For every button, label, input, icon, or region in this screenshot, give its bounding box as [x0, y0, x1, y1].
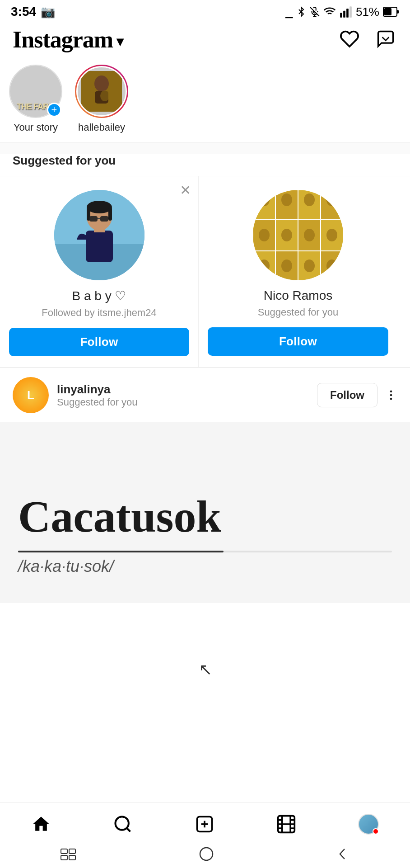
header: Instagram ▾ — [0, 22, 410, 57]
svg-point-49 — [259, 259, 270, 272]
home-nav-button[interactable] — [28, 811, 55, 838]
reels-icon — [276, 814, 296, 834]
svg-point-43 — [304, 193, 315, 206]
notification-dot — [373, 828, 379, 835]
suggested-card-baby: ✕ — [0, 176, 199, 367]
follow-linyalinya-button[interactable]: Follow — [317, 383, 377, 407]
add-icon — [195, 814, 214, 834]
svg-point-56 — [115, 817, 128, 830]
chevron-down-icon[interactable]: ▾ — [116, 33, 123, 49]
svg-point-41 — [259, 193, 270, 206]
linyalinya-sub: Suggested for you — [57, 396, 309, 408]
svg-point-46 — [281, 229, 292, 241]
linyalinya-avatar[interactable]: L — [13, 377, 49, 413]
svg-rect-29 — [253, 190, 275, 219]
profile-nav-button[interactable] — [354, 810, 382, 838]
status-right: ⎯ 51% — [285, 5, 399, 19]
hallebailey-image — [81, 71, 122, 112]
baby-name: B a b y ♡ — [72, 288, 126, 303]
linyalinya-username: linyalinya — [57, 382, 309, 396]
hallebailey-avatar[interactable] — [75, 65, 128, 118]
close-baby-button[interactable]: ✕ — [180, 184, 191, 197]
messenger-button[interactable] — [374, 27, 397, 52]
battery-icon — [383, 7, 399, 17]
svg-rect-24 — [89, 216, 98, 222]
svg-point-52 — [326, 259, 337, 272]
your-story-avatar-wrap[interactable]: THE FARM + — [9, 65, 62, 118]
nico-name: Nico Ramos — [264, 288, 332, 303]
svg-rect-70 — [69, 849, 75, 854]
svg-point-47 — [304, 229, 315, 241]
bottom-nav-icons — [0, 803, 410, 842]
profile-nav-avatar — [358, 814, 379, 835]
svg-rect-5 — [343, 11, 345, 18]
search-icon — [113, 814, 133, 834]
heart-icon — [340, 29, 359, 49]
svg-line-57 — [126, 828, 130, 832]
svg-point-53 — [390, 391, 392, 393]
svg-rect-18 — [86, 231, 113, 262]
back-icon — [334, 845, 351, 863]
app-logo[interactable]: Instagram ▾ — [13, 26, 123, 53]
add-nav-button[interactable] — [191, 811, 218, 838]
svg-rect-32 — [321, 190, 343, 219]
svg-rect-23 — [108, 207, 112, 221]
svg-point-45 — [259, 229, 270, 241]
svg-rect-37 — [253, 251, 275, 280]
camera-icon: 📷 — [41, 5, 55, 19]
svg-rect-25 — [100, 216, 108, 222]
hallebailey-avatar-wrap[interactable] — [75, 65, 128, 118]
baby-avatar — [54, 190, 144, 280]
svg-rect-6 — [346, 9, 349, 18]
follow-nico-button[interactable]: Follow — [208, 327, 388, 356]
svg-point-12 — [94, 75, 109, 92]
recent-apps-button[interactable] — [59, 847, 79, 861]
nico-sub: Suggested for you — [258, 307, 339, 318]
back-system-button[interactable] — [334, 845, 351, 863]
svg-point-51 — [304, 259, 315, 272]
suggested-user-row: L linyalinya Suggested for you Follow — [0, 368, 410, 422]
notifications-button[interactable] — [338, 27, 361, 52]
mute-icon — [310, 5, 320, 18]
svg-rect-69 — [61, 849, 67, 854]
suggested-cards: ✕ — [0, 176, 410, 368]
svg-rect-72 — [69, 855, 75, 860]
suggested-card-nico: Nico Ramos Suggested for you Follow — [199, 176, 397, 367]
baby-sub: Followed by itsme.jhem24 — [42, 307, 156, 319]
home-system-button[interactable] — [198, 845, 215, 863]
svg-point-48 — [326, 229, 337, 241]
svg-rect-9 — [397, 10, 399, 14]
battery-percent: 51% — [356, 5, 379, 19]
svg-point-50 — [281, 259, 292, 272]
dots-icon — [385, 389, 397, 401]
story-item-your[interactable]: THE FARM + Your story — [9, 65, 62, 133]
circle-icon — [198, 845, 215, 863]
bottom-nav — [0, 802, 410, 868]
reels-nav-button[interactable] — [273, 811, 300, 838]
bluetooth-icon: ⎯ — [285, 5, 293, 19]
linyalinya-actions: Follow — [317, 383, 397, 407]
your-story-label: Your story — [14, 122, 58, 133]
search-nav-button[interactable] — [109, 811, 136, 838]
hallebailey-label: hallebailey — [78, 122, 125, 133]
svg-rect-4 — [340, 13, 342, 18]
wifi-icon — [323, 5, 336, 18]
add-story-button[interactable]: + — [47, 103, 61, 117]
logo-text: Instagram — [13, 26, 113, 53]
suggested-section: Suggested for you ✕ — [0, 143, 410, 422]
svg-point-42 — [281, 193, 292, 206]
svg-point-73 — [200, 848, 213, 860]
svg-point-54 — [390, 394, 392, 396]
svg-point-55 — [390, 398, 392, 400]
menu-icon — [59, 847, 79, 861]
svg-rect-71 — [61, 855, 67, 860]
messenger-icon — [376, 29, 396, 49]
nico-avatar — [253, 190, 343, 280]
more-options-button[interactable] — [385, 389, 397, 401]
system-nav-bar — [0, 842, 410, 868]
header-actions — [338, 27, 397, 52]
story-item-hallebailey[interactable]: hallebailey — [75, 65, 128, 133]
stories-section: THE FARM + Your story halleba — [0, 57, 410, 143]
hallebailey-pic — [76, 66, 127, 117]
follow-baby-button[interactable]: Follow — [9, 328, 189, 356]
